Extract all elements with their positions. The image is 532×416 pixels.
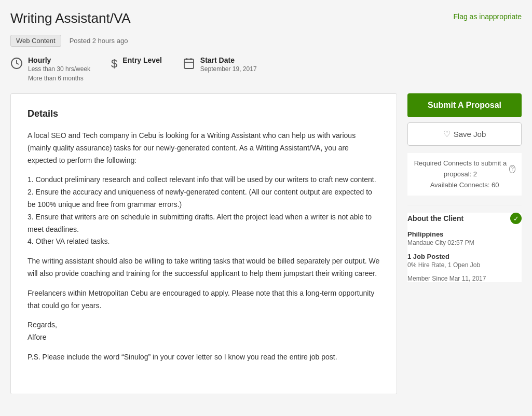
- posted-time: Posted 2 hours ago: [70, 37, 128, 45]
- desc-para-2: 1. Conduct preliminary research and coll…: [28, 174, 380, 248]
- desc-para-6: P.S. Please include the word “Sinulog” i…: [28, 351, 380, 364]
- sidebar: Submit A Proposal ♡ Save Job Required Co…: [407, 93, 522, 282]
- about-client-title: About the Client: [407, 214, 463, 223]
- member-since: Member Since Mar 11, 2017: [407, 275, 522, 282]
- clock-icon: [10, 57, 23, 73]
- job-detail-level: $ Entry Level: [111, 56, 162, 83]
- dollar-icon: $: [111, 57, 117, 71]
- desc-para-3: The writing assistant should also be wil…: [28, 255, 380, 280]
- jobs-posted-sub: 0% Hire Rate, 1 Open Job: [407, 261, 522, 269]
- save-job-label: Save Job: [454, 130, 486, 138]
- client-section: About the Client ✓ Philippines Mandaue C…: [407, 213, 522, 282]
- save-job-button[interactable]: ♡ Save Job: [407, 122, 522, 146]
- start-label: Start Date: [200, 56, 257, 64]
- desc-para-4: Freelancers within Metropolitan Cebu are…: [28, 287, 380, 312]
- job-detail-hourly: Hourly Less than 30 hrs/week More than 6…: [10, 56, 90, 83]
- job-description: A local SEO and Tech company in Cebu is …: [28, 130, 380, 364]
- available-connects: Available Connects: 60: [414, 180, 515, 191]
- client-title-row: About the Client ✓: [407, 213, 522, 224]
- calendar-icon: [183, 57, 195, 73]
- connects-box: Required Connects to submit a proposal: …: [407, 153, 522, 196]
- main-content: Details A local SEO and Tech company in …: [10, 93, 397, 394]
- submit-proposal-button[interactable]: Submit A Proposal: [407, 93, 522, 117]
- svg-rect-1: [184, 59, 194, 68]
- client-city: Mandaue City 02:57 PM: [407, 239, 522, 246]
- connects-text: Required Connects to submit a proposal: …: [414, 158, 507, 180]
- start-date: September 19, 2017: [200, 64, 257, 74]
- page-title: Writing Assistant/VA: [10, 10, 131, 26]
- job-detail-start: Start Date September 19, 2017: [183, 56, 257, 83]
- question-icon[interactable]: ?: [509, 165, 515, 173]
- level-label: Entry Level: [122, 56, 161, 64]
- meta-row: Web Content Posted 2 hours ago: [10, 35, 522, 47]
- jobs-posted-label: 1 Job Posted: [407, 253, 522, 260]
- job-details-row: Hourly Less than 30 hrs/week More than 6…: [10, 56, 522, 83]
- verified-icon: ✓: [510, 213, 522, 224]
- flag-link[interactable]: Flag as inappropriate: [453, 10, 522, 21]
- details-heading: Details: [28, 108, 380, 119]
- client-country: Philippines: [407, 230, 522, 238]
- hourly-sub1: Less than 30 hrs/week: [28, 64, 90, 74]
- hourly-sub2: More than 6 months: [28, 74, 90, 83]
- hourly-label: Hourly: [28, 56, 90, 64]
- desc-para-1: A local SEO and Tech company in Cebu is …: [28, 130, 380, 167]
- desc-para-5: Regards,Alfore: [28, 319, 380, 344]
- heart-icon: ♡: [443, 129, 451, 139]
- category-badge: Web Content: [10, 35, 61, 47]
